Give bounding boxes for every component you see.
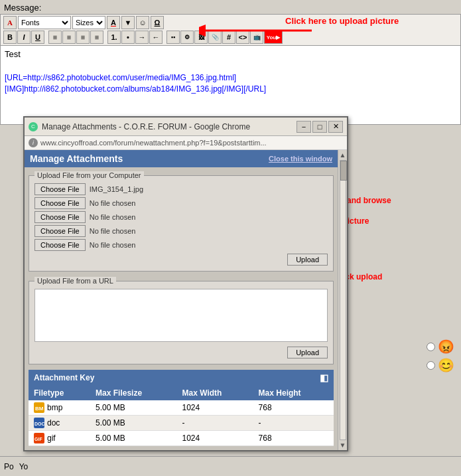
toolbar-row2: B I U ≡ ≡ ≡ ≡ 1. • → ← ▪▪ ⚙ 🖼 📎 # <>	[3, 31, 458, 44]
align-right-btn[interactable]: ≡	[76, 31, 90, 44]
font-icon[interactable]: A	[3, 16, 17, 29]
file-name-2: No file chosen	[90, 213, 136, 221]
special3-btn[interactable]: 📎	[208, 31, 222, 44]
scrollbar[interactable]: ▲ ▼	[338, 150, 347, 450]
choose-file-btn-0[interactable]: Choose File	[34, 183, 86, 195]
code-btn[interactable]: <>	[236, 31, 249, 44]
upload-url-legend: Upload File from a URL	[34, 277, 116, 285]
svg-text:BM: BM	[35, 406, 44, 412]
hash-btn[interactable]: #	[222, 31, 235, 44]
scroll-thumb[interactable]	[340, 161, 347, 181]
emoji-row-1: 😡	[427, 339, 454, 355]
cell-maxwidth: 1024	[177, 431, 253, 446]
table-row: GIF gif 5.00 MB 1024 768	[29, 431, 334, 446]
manage-body: Upload File from your Computer Choose Fi…	[25, 167, 338, 450]
filetype-cell: BM bmp	[34, 402, 85, 413]
chrome-addressbar: i www.cincyoffroad.com/forum/newattachme…	[25, 136, 347, 150]
bold-underline-icon[interactable]: Ω	[151, 16, 164, 29]
filetype-cell: DOC doc	[34, 418, 85, 428]
italic-btn[interactable]: I	[17, 31, 31, 44]
upload-url-row: Upload	[34, 347, 328, 358]
emoji-radio-1[interactable]	[427, 343, 435, 351]
emoji-face-sad: 😡	[438, 339, 454, 355]
cell-maxheight: -	[253, 416, 334, 431]
type-label: gif	[47, 434, 56, 443]
chrome-window: C Manage Attachments - C.O.R.E. FORUM - …	[23, 116, 348, 451]
emoji-radio-2[interactable]	[427, 361, 435, 370]
minimize-btn[interactable]: −	[296, 121, 311, 133]
po-label: Po	[4, 462, 14, 471]
media-btn[interactable]: 📺	[250, 31, 263, 44]
upload-computer-fieldset: Upload File from your Computer Choose Fi…	[29, 171, 334, 272]
url-textarea[interactable]	[34, 289, 328, 342]
choose-file-btn-2[interactable]: Choose File	[34, 211, 86, 223]
chrome-title-left: C Manage Attachments - C.O.R.E. FORUM - …	[29, 122, 250, 131]
chrome-title: Manage Attachments - C.O.R.E. FORUM - Go…	[42, 122, 250, 131]
cell-maxheight: 768	[253, 431, 334, 446]
editor-url2: [IMG]http://i862.photobucket.com/albums/…	[5, 84, 456, 95]
youtube-btn[interactable]: You▶	[264, 31, 283, 44]
special1-btn[interactable]: ▪▪	[166, 31, 180, 44]
filetype-cell: GIF gif	[34, 433, 85, 443]
file-name-4: No file chosen	[90, 241, 136, 249]
dropdown-icon[interactable]: ▼	[121, 16, 135, 29]
choose-file-btn-1[interactable]: Choose File	[34, 197, 86, 209]
ak-collapse-icon[interactable]: ◧	[320, 372, 328, 383]
size-select[interactable]: Sizes 8 10 12	[72, 16, 105, 29]
emoji-area: 😡 😊	[427, 339, 454, 373]
close-window-link[interactable]: Close this window	[269, 155, 332, 163]
smiley-icon[interactable]: ☺	[136, 16, 149, 29]
upload-url-btn[interactable]: Upload	[287, 347, 328, 358]
scroll-up-btn[interactable]: ▲	[340, 151, 346, 159]
file-row-3: Choose File No file chosen	[34, 225, 328, 237]
align-center-btn[interactable]: ≡	[62, 31, 76, 44]
ak-header-row: Filetype Max Filesize Max Width Max Heig…	[29, 386, 334, 400]
editor-url1: [URL=http://s862.photobucket.com/user/me…	[5, 72, 456, 84]
manage-header: Manage Attachments Close this window	[25, 150, 338, 167]
close-btn[interactable]: ✕	[328, 121, 343, 133]
page-wrapper: Message: A Fonts Arial Times New Roman S…	[0, 0, 461, 476]
file-row-2: Choose File No file chosen	[34, 211, 328, 223]
attachment-key: Attachment Key ◧ Filetype Max Filesize M…	[29, 370, 334, 446]
bmp-icon: BM	[34, 402, 44, 413]
svg-text:DOC: DOC	[34, 422, 44, 426]
underline-btn[interactable]: U	[31, 31, 44, 44]
bottom-strip: Po Yo	[0, 456, 461, 476]
maximize-btn[interactable]: □	[312, 121, 327, 133]
chrome-titlebar: C Manage Attachments - C.O.R.E. FORUM - …	[25, 118, 347, 136]
upload-computer-btn[interactable]: Upload	[287, 254, 328, 266]
cell-maxsize: 5.00 MB	[90, 431, 176, 446]
ol-btn[interactable]: 1.	[107, 31, 121, 44]
table-row: BM bmp 5.00 MB 1024 768	[29, 400, 334, 416]
ul-btn[interactable]: •	[121, 31, 135, 44]
file-row-1: Choose File No file chosen	[34, 197, 328, 209]
choose-file-btn-4[interactable]: Choose File	[34, 239, 86, 251]
file-row-4: Choose File No file chosen	[34, 239, 328, 251]
address-text: www.cincyoffroad.com/forum/newattachment…	[40, 139, 267, 147]
gif-icon: GIF	[34, 433, 44, 443]
ak-table: Filetype Max Filesize Max Width Max Heig…	[29, 386, 334, 446]
choose-file-btn-3[interactable]: Choose File	[34, 225, 86, 237]
cell-maxsize: 5.00 MB	[90, 416, 176, 431]
svg-text:GIF: GIF	[34, 437, 42, 441]
outdent-btn[interactable]: ←	[149, 31, 163, 44]
upload-computer-legend: Upload File from your Computer	[34, 171, 144, 179]
scroll-down-btn[interactable]: ▼	[340, 441, 346, 449]
emoji-row-2: 😊	[427, 357, 454, 373]
col-filetype: Filetype	[29, 386, 90, 400]
editor-line1: Test	[5, 48, 456, 60]
align-left-btn[interactable]: ≡	[48, 31, 62, 44]
align-justify-btn[interactable]: ≡	[90, 31, 103, 44]
special2-btn[interactable]: ⚙	[180, 31, 194, 44]
indent-btn[interactable]: →	[135, 31, 149, 44]
editor-area[interactable]: Test [URL=http://s862.photobucket.com/us…	[0, 45, 461, 125]
font-color-icon[interactable]: A	[107, 16, 120, 29]
ak-tbody: BM bmp 5.00 MB 1024 768	[29, 400, 334, 446]
ak-title: Attachment Key	[34, 373, 94, 382]
image-btn[interactable]: 🖼	[194, 31, 208, 44]
scroll-track	[340, 160, 346, 440]
font-select[interactable]: Fonts Arial Times New Roman	[18, 16, 71, 29]
yo-label: Yo	[19, 462, 29, 471]
bold-btn[interactable]: B	[3, 31, 17, 44]
main-content: Manage Attachments Close this window Upl…	[25, 150, 338, 450]
